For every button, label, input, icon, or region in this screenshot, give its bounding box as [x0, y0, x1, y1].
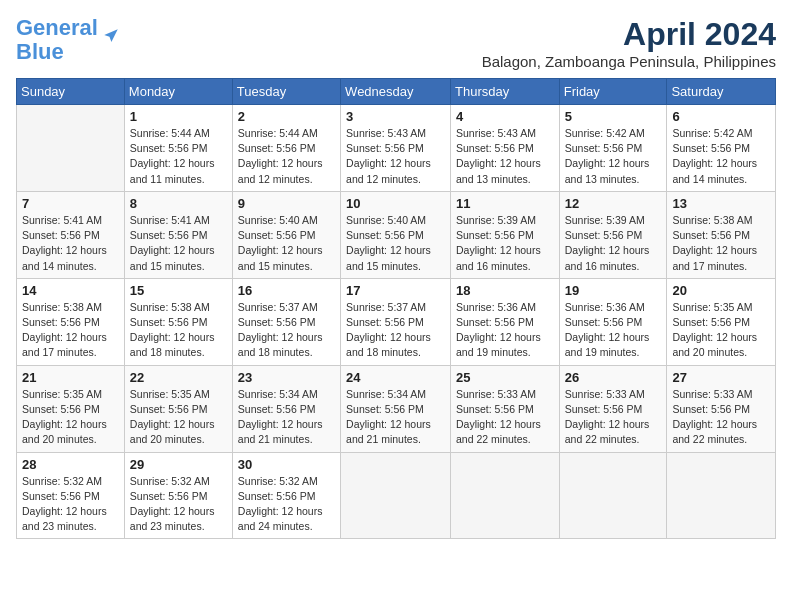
calendar-cell: 10Sunrise: 5:40 AM Sunset: 5:56 PM Dayli… [341, 191, 451, 278]
day-info: Sunrise: 5:39 AM Sunset: 5:56 PM Dayligh… [565, 213, 662, 274]
day-info: Sunrise: 5:38 AM Sunset: 5:56 PM Dayligh… [130, 300, 227, 361]
week-row-1: 1Sunrise: 5:44 AM Sunset: 5:56 PM Daylig… [17, 105, 776, 192]
calendar-cell: 24Sunrise: 5:34 AM Sunset: 5:56 PM Dayli… [341, 365, 451, 452]
day-info: Sunrise: 5:35 AM Sunset: 5:56 PM Dayligh… [672, 300, 770, 361]
week-row-2: 7Sunrise: 5:41 AM Sunset: 5:56 PM Daylig… [17, 191, 776, 278]
day-number: 5 [565, 109, 662, 124]
day-info: Sunrise: 5:34 AM Sunset: 5:56 PM Dayligh… [346, 387, 445, 448]
logo: GeneralBlue [16, 16, 120, 64]
logo-text: GeneralBlue [16, 16, 98, 64]
calendar-cell: 13Sunrise: 5:38 AM Sunset: 5:56 PM Dayli… [667, 191, 776, 278]
day-number: 7 [22, 196, 119, 211]
calendar-cell: 20Sunrise: 5:35 AM Sunset: 5:56 PM Dayli… [667, 278, 776, 365]
day-info: Sunrise: 5:38 AM Sunset: 5:56 PM Dayligh… [672, 213, 770, 274]
calendar-cell: 5Sunrise: 5:42 AM Sunset: 5:56 PM Daylig… [559, 105, 667, 192]
day-number: 20 [672, 283, 770, 298]
day-number: 22 [130, 370, 227, 385]
col-header-wednesday: Wednesday [341, 79, 451, 105]
calendar-cell: 12Sunrise: 5:39 AM Sunset: 5:56 PM Dayli… [559, 191, 667, 278]
calendar-cell: 28Sunrise: 5:32 AM Sunset: 5:56 PM Dayli… [17, 452, 125, 539]
calendar-cell: 2Sunrise: 5:44 AM Sunset: 5:56 PM Daylig… [232, 105, 340, 192]
week-row-3: 14Sunrise: 5:38 AM Sunset: 5:56 PM Dayli… [17, 278, 776, 365]
calendar-cell: 11Sunrise: 5:39 AM Sunset: 5:56 PM Dayli… [451, 191, 560, 278]
calendar-cell: 8Sunrise: 5:41 AM Sunset: 5:56 PM Daylig… [124, 191, 232, 278]
day-info: Sunrise: 5:44 AM Sunset: 5:56 PM Dayligh… [238, 126, 335, 187]
calendar-cell: 4Sunrise: 5:43 AM Sunset: 5:56 PM Daylig… [451, 105, 560, 192]
day-info: Sunrise: 5:44 AM Sunset: 5:56 PM Dayligh… [130, 126, 227, 187]
day-number: 16 [238, 283, 335, 298]
week-row-4: 21Sunrise: 5:35 AM Sunset: 5:56 PM Dayli… [17, 365, 776, 452]
day-info: Sunrise: 5:36 AM Sunset: 5:56 PM Dayligh… [565, 300, 662, 361]
day-info: Sunrise: 5:40 AM Sunset: 5:56 PM Dayligh… [238, 213, 335, 274]
day-info: Sunrise: 5:32 AM Sunset: 5:56 PM Dayligh… [130, 474, 227, 535]
day-info: Sunrise: 5:32 AM Sunset: 5:56 PM Dayligh… [22, 474, 119, 535]
calendar-cell: 1Sunrise: 5:44 AM Sunset: 5:56 PM Daylig… [124, 105, 232, 192]
day-number: 30 [238, 457, 335, 472]
day-number: 28 [22, 457, 119, 472]
day-info: Sunrise: 5:37 AM Sunset: 5:56 PM Dayligh… [346, 300, 445, 361]
day-number: 4 [456, 109, 554, 124]
day-info: Sunrise: 5:35 AM Sunset: 5:56 PM Dayligh… [130, 387, 227, 448]
day-number: 9 [238, 196, 335, 211]
calendar-cell: 7Sunrise: 5:41 AM Sunset: 5:56 PM Daylig… [17, 191, 125, 278]
day-info: Sunrise: 5:42 AM Sunset: 5:56 PM Dayligh… [565, 126, 662, 187]
col-header-thursday: Thursday [451, 79, 560, 105]
calendar-cell [451, 452, 560, 539]
calendar-table: SundayMondayTuesdayWednesdayThursdayFrid… [16, 78, 776, 539]
calendar-cell: 26Sunrise: 5:33 AM Sunset: 5:56 PM Dayli… [559, 365, 667, 452]
col-header-tuesday: Tuesday [232, 79, 340, 105]
day-info: Sunrise: 5:42 AM Sunset: 5:56 PM Dayligh… [672, 126, 770, 187]
col-header-friday: Friday [559, 79, 667, 105]
day-number: 6 [672, 109, 770, 124]
day-number: 2 [238, 109, 335, 124]
day-info: Sunrise: 5:38 AM Sunset: 5:56 PM Dayligh… [22, 300, 119, 361]
day-info: Sunrise: 5:43 AM Sunset: 5:56 PM Dayligh… [456, 126, 554, 187]
day-number: 11 [456, 196, 554, 211]
calendar-cell: 6Sunrise: 5:42 AM Sunset: 5:56 PM Daylig… [667, 105, 776, 192]
calendar-cell: 25Sunrise: 5:33 AM Sunset: 5:56 PM Dayli… [451, 365, 560, 452]
location-text: Balagon, Zamboanga Peninsula, Philippine… [482, 53, 776, 70]
calendar-cell [559, 452, 667, 539]
day-number: 26 [565, 370, 662, 385]
calendar-cell: 3Sunrise: 5:43 AM Sunset: 5:56 PM Daylig… [341, 105, 451, 192]
calendar-cell: 21Sunrise: 5:35 AM Sunset: 5:56 PM Dayli… [17, 365, 125, 452]
day-number: 25 [456, 370, 554, 385]
day-info: Sunrise: 5:40 AM Sunset: 5:56 PM Dayligh… [346, 213, 445, 274]
calendar-cell: 16Sunrise: 5:37 AM Sunset: 5:56 PM Dayli… [232, 278, 340, 365]
day-number: 10 [346, 196, 445, 211]
calendar-cell: 19Sunrise: 5:36 AM Sunset: 5:56 PM Dayli… [559, 278, 667, 365]
day-number: 27 [672, 370, 770, 385]
day-info: Sunrise: 5:33 AM Sunset: 5:56 PM Dayligh… [565, 387, 662, 448]
calendar-cell [667, 452, 776, 539]
week-row-5: 28Sunrise: 5:32 AM Sunset: 5:56 PM Dayli… [17, 452, 776, 539]
day-info: Sunrise: 5:35 AM Sunset: 5:56 PM Dayligh… [22, 387, 119, 448]
calendar-cell: 30Sunrise: 5:32 AM Sunset: 5:56 PM Dayli… [232, 452, 340, 539]
logo-bird-icon [102, 27, 120, 45]
day-number: 21 [22, 370, 119, 385]
day-number: 8 [130, 196, 227, 211]
title-block: April 2024 Balagon, Zamboanga Peninsula,… [482, 16, 776, 70]
month-title: April 2024 [482, 16, 776, 53]
day-number: 1 [130, 109, 227, 124]
col-header-monday: Monday [124, 79, 232, 105]
calendar-cell [341, 452, 451, 539]
day-number: 29 [130, 457, 227, 472]
calendar-header-row: SundayMondayTuesdayWednesdayThursdayFrid… [17, 79, 776, 105]
day-number: 23 [238, 370, 335, 385]
day-info: Sunrise: 5:33 AM Sunset: 5:56 PM Dayligh… [456, 387, 554, 448]
day-info: Sunrise: 5:43 AM Sunset: 5:56 PM Dayligh… [346, 126, 445, 187]
day-info: Sunrise: 5:33 AM Sunset: 5:56 PM Dayligh… [672, 387, 770, 448]
day-info: Sunrise: 5:41 AM Sunset: 5:56 PM Dayligh… [130, 213, 227, 274]
day-info: Sunrise: 5:39 AM Sunset: 5:56 PM Dayligh… [456, 213, 554, 274]
col-header-sunday: Sunday [17, 79, 125, 105]
calendar-cell: 9Sunrise: 5:40 AM Sunset: 5:56 PM Daylig… [232, 191, 340, 278]
day-info: Sunrise: 5:36 AM Sunset: 5:56 PM Dayligh… [456, 300, 554, 361]
calendar-cell: 18Sunrise: 5:36 AM Sunset: 5:56 PM Dayli… [451, 278, 560, 365]
calendar-cell: 14Sunrise: 5:38 AM Sunset: 5:56 PM Dayli… [17, 278, 125, 365]
calendar-cell: 29Sunrise: 5:32 AM Sunset: 5:56 PM Dayli… [124, 452, 232, 539]
day-info: Sunrise: 5:34 AM Sunset: 5:56 PM Dayligh… [238, 387, 335, 448]
day-info: Sunrise: 5:32 AM Sunset: 5:56 PM Dayligh… [238, 474, 335, 535]
day-number: 24 [346, 370, 445, 385]
calendar-cell: 23Sunrise: 5:34 AM Sunset: 5:56 PM Dayli… [232, 365, 340, 452]
page-header: GeneralBlue April 2024 Balagon, Zamboang… [16, 16, 776, 70]
